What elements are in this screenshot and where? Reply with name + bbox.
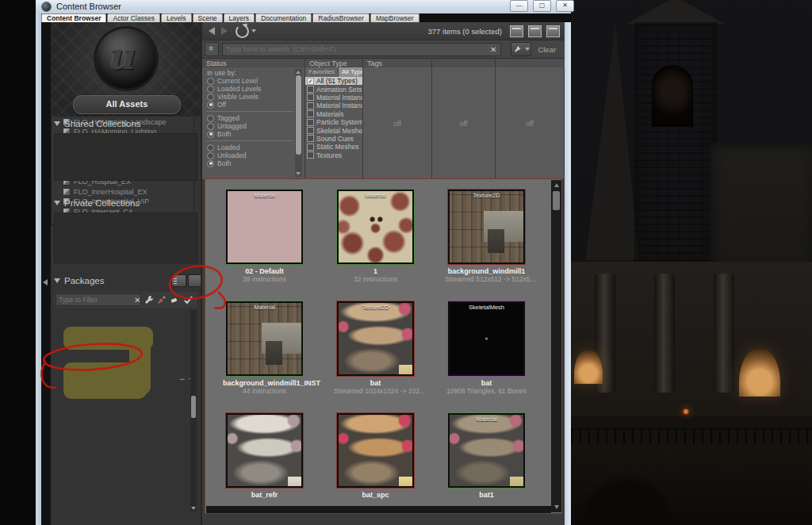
status-radio-option[interactable]: Both [202, 130, 304, 138]
scroll-down-icon[interactable] [296, 172, 301, 175]
status-radio-option[interactable]: Off [202, 101, 304, 109]
back-icon[interactable] [209, 27, 215, 35]
checkbox-icon[interactable] [307, 127, 314, 134]
package-row[interactable]: FLO_InnerHospital_EX [52, 187, 193, 197]
remove-collection-button[interactable]: − [178, 375, 186, 385]
asset-tile[interactable]: Texture2Dbackground_windmill1Streamed 51… [445, 189, 528, 283]
checkbox-icon[interactable] [307, 102, 314, 109]
collapse-triangle-icon[interactable] [54, 278, 60, 283]
radio-icon[interactable] [207, 78, 214, 85]
object-type-row[interactable]: Sound Cues [305, 135, 362, 143]
radio-icon[interactable] [207, 152, 214, 159]
radio-icon[interactable] [207, 102, 214, 109]
asset-tile[interactable]: Material132 instructions [334, 189, 417, 283]
thumbnail[interactable]: Texture2D [336, 301, 415, 377]
package-list-scrollbar[interactable] [190, 310, 197, 512]
object-type-row[interactable]: ✓All (51 Types) [305, 77, 362, 85]
object-type-row[interactable]: Static Meshes [305, 143, 362, 151]
private-collections-header[interactable]: Private Collections − + [51, 198, 201, 213]
scroll-down-icon[interactable] [554, 505, 559, 509]
close-button[interactable]: ✕ [556, 0, 574, 12]
search-options-button[interactable] [511, 42, 531, 56]
thumbnail[interactable] [336, 412, 415, 489]
checkbox-icon[interactable] [307, 119, 314, 126]
status-radio-option[interactable]: Visible Levels [202, 93, 304, 101]
tab-content-browser[interactable]: Content Browser [41, 13, 106, 22]
radio-icon[interactable] [207, 160, 214, 167]
grid-horizontal-scrollbar[interactable] [206, 506, 551, 513]
thumbnail[interactable]: Material [447, 412, 526, 489]
collapse-triangle-icon[interactable] [54, 201, 60, 205]
clear-search-icon[interactable]: ✕ [490, 45, 496, 54]
eraser-icon[interactable] [170, 294, 181, 305]
checkbox-icon[interactable] [307, 135, 314, 142]
private-collections-panel[interactable] [54, 213, 197, 263]
asset-tile[interactable]: Materialbackground_windmill1_INST44 inst… [223, 301, 306, 395]
wrench-icon[interactable] [143, 294, 154, 305]
tag-column[interactable]: off [432, 67, 496, 179]
collapse-triangle-icon[interactable] [54, 121, 60, 126]
asset-grid[interactable]: Material02 - Default39 instructionsMater… [205, 178, 562, 514]
asset-tile[interactable]: SkeletalMeshbat10908 Triangles, 61 Bones [445, 301, 528, 395]
import-package-icon[interactable] [528, 25, 542, 37]
checkbox-icon[interactable] [307, 144, 314, 151]
thumbnail[interactable]: Material [336, 189, 415, 265]
object-type-tab-all-types[interactable]: All Types [339, 67, 363, 77]
scroll-up-icon[interactable] [554, 183, 559, 187]
left-collapse-strip[interactable] [41, 22, 51, 525]
tab-levels[interactable]: Levels [161, 13, 192, 22]
shared-collections-panel[interactable] [54, 133, 197, 181]
all-assets-button[interactable]: All Assets [73, 95, 181, 114]
object-type-row[interactable]: Material Instances [305, 94, 362, 102]
forward-icon[interactable] [221, 27, 228, 35]
tag-column[interactable]: off [363, 67, 432, 179]
asset-tile[interactable]: Material02 - Default39 instructions [223, 189, 306, 283]
checkbox-icon[interactable] [307, 151, 314, 159]
object-type-row[interactable]: Material Instances [305, 102, 362, 109]
thumbnail[interactable]: Texture2D [447, 189, 526, 265]
scroll-down-icon[interactable] [191, 507, 196, 510]
tab-layers[interactable]: Layers [224, 13, 255, 22]
radio-icon[interactable] [207, 94, 214, 101]
checkbox-icon[interactable] [307, 86, 314, 93]
radio-icon[interactable] [207, 131, 214, 138]
scroll-up-icon[interactable] [296, 71, 301, 74]
scrollbar-thumb[interactable] [296, 75, 301, 155]
object-type-row[interactable]: Animation Sets [305, 85, 362, 93]
list-view-button[interactable] [171, 274, 186, 287]
shared-collections-header[interactable]: Shared Collections − + [51, 119, 201, 133]
status-radio-option[interactable]: Tagged [202, 114, 304, 122]
brush-icon[interactable] [156, 294, 167, 305]
clear-button[interactable]: Clear [538, 45, 556, 54]
thumbnail[interactable]: Material [225, 189, 304, 265]
collapse-filter-button[interactable]: « [205, 42, 219, 56]
status-radio-option[interactable]: Unloaded [202, 151, 304, 159]
status-radio-option[interactable]: Loaded Levels [202, 85, 304, 93]
object-type-row[interactable]: Materials [305, 110, 362, 118]
object-type-row[interactable]: Particle Systems [305, 118, 362, 126]
refresh-dropdown-icon[interactable] [251, 29, 256, 33]
tab-documentation[interactable]: Documentation [255, 13, 312, 22]
packages-header[interactable]: Packages [51, 276, 201, 290]
collapse-left-icon[interactable] [43, 279, 48, 285]
tab-radiusbrowser[interactable]: RadiusBrowser [312, 13, 370, 22]
refresh-icon[interactable] [236, 25, 249, 38]
check-icon[interactable] [183, 294, 194, 305]
status-radio-option[interactable]: Current Level [202, 77, 304, 85]
status-radio-option[interactable]: Untagged [202, 122, 304, 130]
object-type-tab-favorites[interactable]: Favorites [305, 67, 339, 77]
tab-mapbrowser[interactable]: MapBrowser [370, 13, 419, 22]
radio-icon[interactable] [207, 115, 214, 122]
asset-tile[interactable]: Texture2DbatStreamed 1024x1024 -> 102... [334, 301, 417, 395]
checkbox-icon[interactable]: ✓ [307, 78, 314, 85]
tab-actor-classes[interactable]: Actor Classes [107, 13, 159, 22]
thumbnail[interactable]: SkeletalMesh [447, 301, 526, 377]
status-radio-option[interactable]: Both [202, 159, 304, 167]
checkbox-icon[interactable] [307, 110, 314, 117]
grid-vertical-scrollbar[interactable] [551, 180, 561, 512]
radio-icon[interactable] [207, 86, 214, 93]
open-package-icon[interactable] [546, 25, 560, 37]
radio-icon[interactable] [207, 123, 214, 130]
checkbox-icon[interactable] [307, 94, 314, 101]
asset-tile[interactable]: Materialbat1 [445, 412, 528, 499]
